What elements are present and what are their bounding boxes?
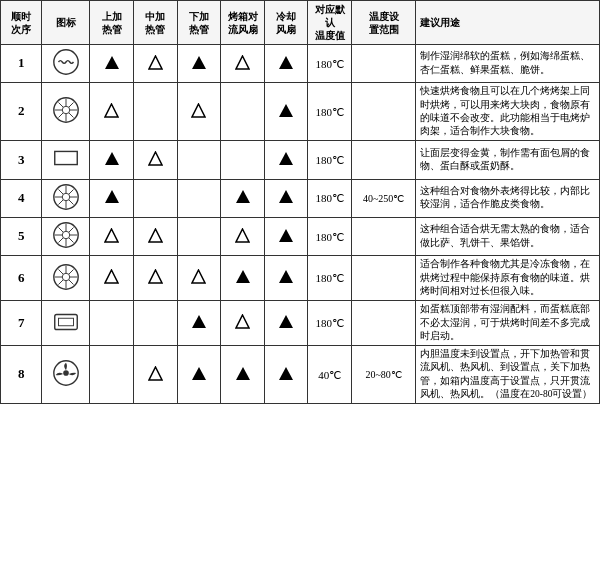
icon-rect [51,143,81,173]
header-cool: 冷却风扇 [264,1,308,45]
cool-cell [264,45,308,83]
svg-marker-34 [105,270,118,283]
upper-heat-cell [90,301,134,346]
triangle-outline-icon [104,103,119,118]
desc-cell: 让面层变得金黄，制作需有面包屑的食物、蛋白酥或蛋奶酥。 [416,141,600,179]
icon-cell [42,218,90,256]
cool-cell [264,83,308,141]
upper-heat-cell [90,179,134,217]
mid-heat-cell [134,256,178,301]
convection-cell [221,179,265,217]
temp-cell: 180℃ [308,218,352,256]
upper-heat-cell [90,256,134,301]
temp-cell: 180℃ [308,141,352,179]
icon-cell [42,45,90,83]
table-row: 1 180℃制作湿润绵软的蛋糕，例如海绵蛋糕、杏仁蛋糕、鲜果蛋糕、脆饼。 [1,45,600,83]
header-icon: 图标 [42,1,90,45]
range-cell [352,141,416,179]
triangle-filled-icon [279,367,293,380]
svg-marker-9 [105,104,118,117]
convection-cell [221,83,265,141]
triangle-outline-icon [148,55,163,70]
svg-marker-36 [192,270,205,283]
temp-cell: 40℃ [308,346,352,404]
table-row: 2 180℃快速烘烤食物且可以在几个烤烤架上同时烘烤，可以用来烤大块肉，食物原有… [1,83,600,141]
upper-heat-cell [90,45,134,83]
table-row: 3 180℃让面层变得金黄，制作需有面包屑的食物、蛋白酥或蛋奶酥。 [1,141,600,179]
triangle-filled-icon [105,152,119,165]
seq-cell: 5 [1,218,42,256]
triangle-outline-icon [148,228,163,243]
triangle-filled-icon [105,56,119,69]
cool-cell [264,218,308,256]
header-usage: 建议用途 [416,1,600,45]
mid-heat-cell [134,301,178,346]
svg-point-33 [62,273,70,281]
header-default-temp: 对应默认温度值 [308,1,352,45]
mid-heat-cell [134,179,178,217]
seq-cell: 2 [1,83,42,141]
seq-cell: 4 [1,179,42,217]
convection-cell [221,301,265,346]
mid-heat-cell [134,346,178,404]
seq-cell: 6 [1,256,42,301]
icon-cell [42,256,90,301]
desc-cell: 快速烘烤食物且可以在几个烤烤架上同时烘烤，可以用来烤大块肉，食物原有的味道不会改… [416,83,600,141]
triangle-outline-icon [104,228,119,243]
icon-fan [51,358,81,388]
cool-cell [264,346,308,404]
seq-cell: 7 [1,301,42,346]
table-row: 6 180℃适合制作各种食物尤其是冷冻食物，在烘烤过程中能保持原有食物的味道。烘… [1,256,600,301]
header-temp-range: 温度设置范围 [352,1,416,45]
table-row: 8 40℃20~80℃内胆温度未到设置点，开下加热管和贯流风机、热风机、到设置点… [1,346,600,404]
triangle-filled-icon [279,56,293,69]
upper-heat-cell [90,346,134,404]
icon-circle-grid [51,220,81,250]
convection-cell [221,45,265,83]
seq-cell: 1 [1,45,42,83]
svg-marker-1 [149,56,162,69]
triangle-filled-icon [279,104,293,117]
lower-heat-cell [177,346,221,404]
triangle-outline-icon [148,269,163,284]
icon-circle-grid [51,182,81,212]
svg-point-8 [62,106,70,114]
triangle-filled-icon [279,190,293,203]
seq-cell: 8 [1,346,42,404]
triangle-filled-icon [236,270,250,283]
upper-heat-cell [90,218,134,256]
convection-cell [221,256,265,301]
lower-heat-cell [177,141,221,179]
temp-cell: 180℃ [308,45,352,83]
desc-cell: 这种组合对食物外表烤得比较，内部比较湿润，适合作脆皮类食物。 [416,179,600,217]
svg-point-24 [62,231,70,239]
upper-heat-cell [90,141,134,179]
svg-marker-27 [236,229,249,242]
icon-cell [42,179,90,217]
icon-cell [42,141,90,179]
temp-cell: 180℃ [308,256,352,301]
lower-heat-cell [177,301,221,346]
triangle-filled-icon [279,229,293,242]
mid-heat-cell [134,141,178,179]
triangle-outline-icon [235,55,250,70]
svg-marker-10 [192,104,205,117]
temp-cell: 180℃ [308,83,352,141]
triangle-filled-icon [279,152,293,165]
icon-rect2 [51,307,81,337]
convection-cell [221,141,265,179]
range-cell [352,218,416,256]
svg-marker-12 [149,152,162,165]
svg-rect-11 [55,152,78,165]
triangle-filled-icon [105,190,119,203]
icon-cell [42,346,90,404]
lower-heat-cell [177,179,221,217]
header-seq: 顺时次序 [1,1,42,45]
desc-cell: 制作湿润绵软的蛋糕，例如海绵蛋糕、杏仁蛋糕、鲜果蛋糕、脆饼。 [416,45,600,83]
mid-heat-cell [134,45,178,83]
triangle-filled-icon [279,315,293,328]
cool-cell [264,301,308,346]
triangle-filled-icon [192,56,206,69]
range-cell: 20~80℃ [352,346,416,404]
temp-cell: 180℃ [308,301,352,346]
